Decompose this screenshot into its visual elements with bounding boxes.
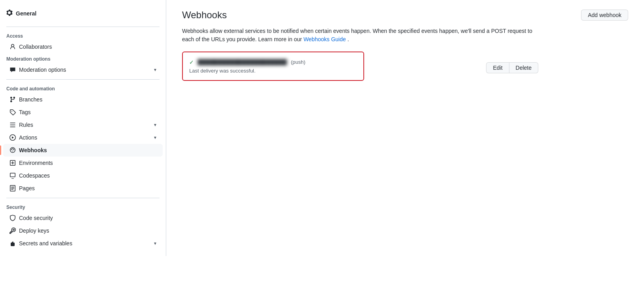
chevron-down-icon-actions: ▾	[154, 135, 156, 140]
play-icon	[9, 134, 16, 141]
branch-icon	[9, 96, 16, 103]
comment-icon	[9, 67, 16, 73]
rules-label: Rules	[19, 122, 151, 128]
secrets-variables-label: Secrets and variables	[19, 240, 151, 247]
sidebar-section-moderation: Moderation options Moderation options ▾	[0, 53, 166, 76]
chevron-down-icon: ▾	[154, 67, 156, 73]
section-label-access: Access	[0, 30, 166, 40]
actions-label: Actions	[19, 134, 151, 141]
branches-label: Branches	[19, 96, 156, 103]
pages-icon	[9, 185, 16, 191]
secret-icon	[9, 240, 16, 247]
description-end: .	[348, 36, 349, 42]
codespaces-label: Codespaces	[19, 172, 156, 179]
sidebar-item-tags[interactable]: Tags	[3, 106, 163, 119]
deploy-keys-label: Deploy keys	[19, 228, 156, 234]
page-header: Webhooks Add webhook	[182, 10, 628, 21]
webhook-icon	[9, 147, 16, 153]
edit-button[interactable]: Edit	[486, 62, 509, 73]
rule-icon	[9, 122, 16, 128]
webhook-status: Last delivery was successful.	[189, 68, 357, 74]
section-label-security: Security	[0, 201, 166, 212]
sidebar-item-branches[interactable]: Branches	[3, 93, 163, 106]
section-label-code-automation: Code and automation	[0, 83, 166, 93]
sidebar-section-security: Security Code security Deploy keys	[0, 201, 166, 250]
sidebar-item-rules[interactable]: Rules ▾	[3, 119, 163, 131]
codespaces-icon	[9, 172, 16, 179]
webhook-card[interactable]: ✓ ██████████████████████ (push) Last del…	[182, 52, 364, 81]
add-webhook-button[interactable]: Add webhook	[581, 10, 628, 21]
pages-label: Pages	[19, 185, 156, 191]
moderation-options-label: Moderation options	[19, 67, 151, 73]
sidebar-item-secrets-variables[interactable]: Secrets and variables ▾	[3, 237, 163, 250]
sidebar-section-code-automation: Code and automation Branches Tags	[0, 83, 166, 195]
sidebar-item-general[interactable]: General	[0, 6, 166, 23]
sidebar-item-collaborators[interactable]: Collaborators	[3, 40, 163, 53]
main-content: Webhooks Add webhook Webhooks allow exte…	[166, 0, 644, 304]
sidebar-item-deploy-keys[interactable]: Deploy keys	[3, 224, 163, 237]
gear-icon	[6, 10, 13, 17]
code-security-label: Code security	[19, 215, 156, 221]
collaborators-label: Collaborators	[19, 44, 156, 50]
webhook-row: ✓ ██████████████████████ (push) Last del…	[182, 52, 538, 84]
section-label-moderation: Moderation options	[0, 53, 166, 63]
environments-label: Environments	[19, 160, 156, 166]
webhook-url: ██████████████████████	[196, 59, 289, 65]
webhooks-label: Webhooks	[19, 147, 156, 153]
sidebar-item-pages[interactable]: Pages	[3, 182, 163, 195]
shield-icon	[9, 215, 16, 221]
chevron-down-icon-secrets: ▾	[154, 241, 156, 246]
sidebar-general-label: General	[16, 10, 36, 17]
sidebar-item-environments[interactable]: Environments	[3, 157, 163, 169]
webhook-url-row: ✓ ██████████████████████ (push)	[189, 59, 357, 65]
delete-button[interactable]: Delete	[509, 62, 538, 73]
tag-icon	[9, 109, 16, 115]
webhook-card-content: ✓ ██████████████████████ (push) Last del…	[189, 59, 357, 74]
sidebar: General Access Collaborators Moderation …	[0, 0, 166, 304]
key-icon	[9, 228, 16, 234]
sidebar-item-actions[interactable]: Actions ▾	[3, 131, 163, 144]
environment-icon	[9, 160, 16, 166]
description-body: Webhooks allow external services to be n…	[182, 28, 532, 42]
sidebar-section-access: Access Collaborators	[0, 30, 166, 53]
page-title: Webhooks	[182, 10, 227, 21]
check-icon: ✓	[189, 59, 194, 65]
sidebar-item-webhooks[interactable]: Webhooks	[3, 144, 163, 157]
webhook-actions: Edit Delete	[480, 62, 538, 73]
sidebar-item-code-security[interactable]: Code security	[3, 212, 163, 224]
description-text: Webhooks allow external services to be n…	[182, 27, 538, 44]
webhooks-guide-link[interactable]: Webhooks Guide	[304, 36, 346, 42]
chevron-down-icon-rules: ▾	[154, 122, 156, 128]
person-icon	[9, 44, 16, 50]
sidebar-item-codespaces[interactable]: Codespaces	[3, 169, 163, 182]
tags-label: Tags	[19, 109, 156, 115]
webhook-type: (push)	[291, 59, 306, 65]
sidebar-item-moderation-options[interactable]: Moderation options ▾	[3, 63, 163, 76]
